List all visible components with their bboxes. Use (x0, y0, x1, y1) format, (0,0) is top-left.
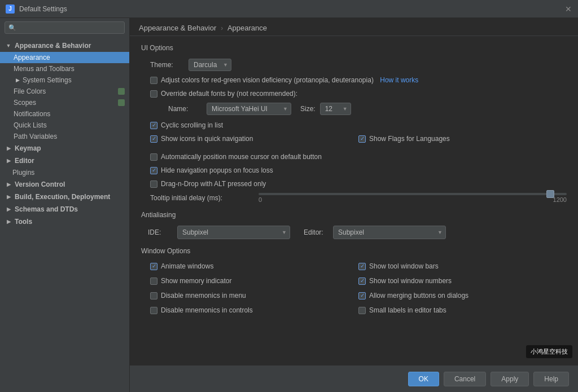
checkbox-input-show-tool-window-numbers[interactable] (358, 278, 366, 285)
sidebar-item-tools[interactable]: ▶ Tools (0, 215, 129, 228)
font-size-select[interactable]: 12 (320, 103, 351, 115)
checkbox-override-fonts[interactable]: Override default fonts by (not recommend… (141, 89, 567, 98)
ide-antialiasing-select[interactable]: Subpixel None Greyscale (177, 226, 290, 239)
tooltip-slider-label: Tooltip initial delay (ms): (150, 194, 252, 202)
checkbox-label-adjust-colors: Adjust colors for red-green vision defic… (161, 76, 418, 84)
cancel-button[interactable]: Cancel (444, 372, 486, 386)
checkbox-label-disable-mnemonics-controls: Disable mnemonics in controls (161, 306, 253, 314)
checkbox-label-override-fonts: Override default fonts by (not recommend… (161, 90, 297, 98)
ide-antialiasing-wrapper: Subpixel None Greyscale ▼ (177, 226, 290, 239)
checkbox-auto-position[interactable]: Automatically position mouse cursor on d… (141, 152, 567, 161)
expand-arrow-icon: ▶ (5, 182, 12, 187)
slider-max: 1200 (553, 196, 567, 203)
breadcrumb: Appearance & Behavior › Appearance (130, 18, 578, 36)
checkbox-input-animate-windows[interactable] (150, 263, 157, 270)
badge-icon (118, 99, 125, 106)
checkbox-disable-mnemonics-menu[interactable]: Disable mnemonics in menu (150, 291, 358, 300)
expand-arrow-icon: ▶ (5, 146, 12, 151)
checkbox-animate-windows[interactable]: Animate windows (150, 262, 358, 271)
apply-button[interactable]: Apply (491, 372, 529, 386)
sidebar-item-keymap[interactable]: ▶ Keymap (0, 142, 129, 155)
checkbox-input-auto-position[interactable] (150, 153, 157, 161)
checkbox-input-allow-merging-buttons[interactable] (358, 292, 366, 299)
checkbox-allow-merging-buttons[interactable]: Allow merging buttons on dialogs (358, 291, 567, 300)
sidebar-item-label: Scopes (14, 99, 36, 107)
sidebar-item-label: Notifications (14, 110, 50, 118)
checkbox-input-hide-nav-popups[interactable] (150, 167, 157, 174)
checkbox-show-tool-window-bars[interactable]: Show tool window bars (358, 262, 567, 271)
checkbox-input-show-flags[interactable] (358, 135, 366, 143)
font-name-select[interactable]: Microsoft YaHei UI (207, 103, 291, 115)
sidebar-item-version-control[interactable]: ▶ Version Control (0, 178, 129, 191)
sidebar-item-scopes[interactable]: Scopes (0, 97, 129, 108)
checkbox-label-show-tool-window-bars: Show tool window bars (369, 262, 439, 270)
theme-label: Theme: (150, 61, 184, 69)
checkbox-input-show-icons[interactable] (150, 135, 157, 143)
checkbox-input-disable-mnemonics-menu[interactable] (150, 292, 157, 299)
sidebar-group-label: Keymap (15, 144, 41, 152)
editor-antialiasing-select[interactable]: Subpixel None Greyscale (333, 226, 446, 239)
ui-options-header: UI Options (141, 44, 567, 52)
close-button[interactable]: ✕ (564, 5, 572, 13)
antialiasing-row: IDE: Subpixel None Greyscale ▼ Editor: S… (141, 226, 567, 239)
breadcrumb-current: Appearance (227, 24, 267, 32)
breadcrumb-parent: Appearance & Behavior (139, 24, 216, 32)
checkbox-input-cyclic-scrolling[interactable] (150, 122, 157, 129)
sidebar-item-quick-lists[interactable]: Quick Lists (0, 120, 129, 131)
sidebar-item-editor[interactable]: ▶ Editor (0, 155, 129, 167)
checkbox-label-show-icons: Show icons in quick navigation (161, 135, 253, 143)
sidebar-item-appearance-behavior[interactable]: ▼ Appearance & Behavior (0, 39, 129, 52)
checkbox-cyclic-scrolling[interactable]: Cyclic scrolling in list (141, 121, 567, 130)
tooltip-slider-container: Tooltip initial delay (ms): 0 1200 (141, 193, 567, 203)
font-row: Name: Microsoft YaHei UI ▼ Size: 12 ▼ (141, 103, 567, 115)
sidebar-item-appearance[interactable]: Appearance (0, 52, 129, 63)
expand-arrow-icon: ▶ (14, 77, 21, 83)
sidebar-item-file-colors[interactable]: File Colors (0, 86, 129, 97)
slider-min: 0 (259, 196, 262, 203)
search-box[interactable]: 🔍 (5, 21, 125, 34)
checkbox-disable-mnemonics-controls[interactable]: Disable mnemonics in controls (150, 306, 358, 315)
sidebar-item-label: Quick Lists (14, 121, 47, 129)
checkbox-adjust-colors[interactable]: Adjust colors for red-green vision defic… (141, 76, 567, 85)
checkbox-hide-nav-popups[interactable]: Hide navigation popups on focus loss (141, 166, 567, 175)
sidebar-item-plugins[interactable]: Plugins (0, 167, 129, 178)
search-input[interactable] (19, 24, 121, 32)
checkbox-input-show-memory-indicator[interactable] (150, 278, 157, 285)
sidebar-group-label: Version Control (15, 180, 65, 188)
theme-select[interactable]: Darcula (189, 59, 231, 71)
checkbox-input-adjust-colors[interactable] (150, 77, 157, 84)
checkbox-show-memory-indicator[interactable]: Show memory indicator (150, 276, 358, 285)
expand-arrow-icon: ▶ (5, 194, 12, 200)
window-options-header: Window Options (141, 247, 567, 255)
sidebar-item-system-settings[interactable]: ▶ System Settings (0, 74, 129, 86)
checkbox-small-labels-editor-tabs[interactable]: Small labels in editor tabs (358, 306, 567, 315)
title-bar-left: J Default Settings (6, 5, 67, 14)
checkbox-input-disable-mnemonics-controls[interactable] (150, 307, 157, 314)
sidebar-item-path-variables[interactable]: Path Variables (0, 131, 129, 142)
checkbox-input-drag-drop[interactable] (150, 180, 157, 188)
two-col-checkboxes: Show icons in quick navigation Show Flag… (141, 134, 567, 148)
tooltip-slider[interactable] (259, 193, 567, 195)
search-icon: 🔍 (8, 24, 16, 32)
checkbox-label-show-tool-window-numbers: Show tool window numbers (369, 277, 452, 285)
checkbox-input-show-tool-window-bars[interactable] (358, 263, 366, 270)
checkbox-show-icons[interactable]: Show icons in quick navigation (150, 134, 358, 143)
file-colors-badge (118, 88, 125, 95)
sidebar-item-build-execution[interactable]: ▶ Build, Execution, Deployment (0, 191, 129, 203)
ok-button[interactable]: OK (408, 372, 439, 386)
sidebar-item-menus-toolbars[interactable]: Menus and Toolbars (0, 63, 129, 74)
checkbox-show-tool-window-numbers[interactable]: Show tool window numbers (358, 276, 567, 285)
expand-arrow-icon: ▶ (5, 219, 12, 224)
checkbox-input-override-fonts[interactable] (150, 90, 157, 98)
how-it-works-link[interactable]: How it works (380, 76, 418, 84)
sidebar-item-label: Plugins (12, 169, 34, 177)
checkbox-input-small-labels-editor-tabs[interactable] (358, 307, 366, 314)
help-button[interactable]: Help (533, 372, 569, 386)
sidebar-item-label: Menus and Toolbars (14, 65, 75, 73)
scopes-badge (118, 99, 125, 106)
sidebar-item-notifications[interactable]: Notifications (0, 108, 129, 120)
checkbox-drag-drop[interactable]: Drag-n-Drop with ALT pressed only (141, 179, 567, 188)
sidebar-item-schemas-dtds[interactable]: ▶ Schemas and DTDs (0, 203, 129, 215)
sidebar-item-label: File Colors (14, 87, 46, 95)
checkbox-show-flags[interactable]: Show Flags for Languages (358, 134, 567, 143)
